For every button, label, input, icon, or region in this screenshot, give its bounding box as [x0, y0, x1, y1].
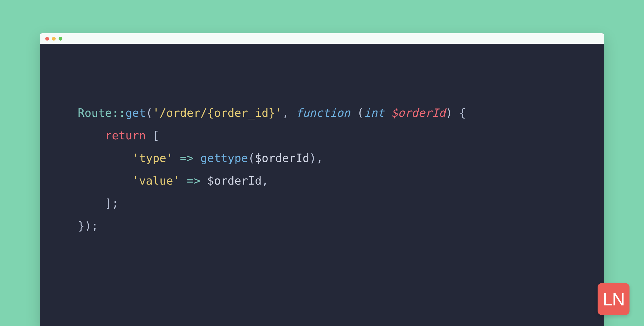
- token-var-name: orderId: [214, 174, 262, 187]
- token-paren: (: [357, 106, 364, 119]
- brand-logo: LN: [598, 283, 629, 315]
- token-paren: (: [248, 152, 255, 165]
- token-arrow: =>: [180, 152, 193, 165]
- token-paren: ): [446, 106, 452, 119]
- token-space: [200, 174, 207, 187]
- token-indent: [78, 174, 132, 187]
- token-paren: (: [146, 106, 153, 119]
- token-type: int: [364, 106, 384, 119]
- token-string: '/order/{order_id}': [153, 106, 282, 119]
- token-var-dollar: $: [207, 174, 214, 187]
- token-comma: ,: [262, 174, 268, 187]
- token-comma: ,: [316, 152, 323, 165]
- token-paren: ): [309, 152, 316, 165]
- token-space: [350, 106, 357, 119]
- token-paren: ): [84, 219, 91, 232]
- token-method: get: [125, 106, 146, 119]
- token-keyword-function: function: [296, 106, 350, 119]
- code-block: Route::get('/order/{order_id}', function…: [78, 102, 566, 237]
- token-semicolon: ;: [112, 197, 118, 210]
- window-titlebar: [40, 33, 604, 44]
- token-space: [193, 152, 200, 165]
- token-string-key: 'value': [132, 174, 180, 187]
- token-bracket: ]: [105, 197, 112, 210]
- token-space: [180, 174, 187, 187]
- token-var-dollar: $: [255, 152, 262, 165]
- token-operator: ::: [112, 106, 125, 119]
- minimize-icon[interactable]: [52, 37, 56, 41]
- token-semicolon: ;: [91, 219, 98, 232]
- code-editor: Route::get('/order/{order_id}', function…: [40, 44, 604, 237]
- token-bracket: [: [153, 129, 159, 142]
- token-space: [146, 129, 153, 142]
- editor-window: Route::get('/order/{order_id}', function…: [40, 33, 604, 326]
- token-indent: [78, 197, 105, 210]
- token-keyword-return: return: [105, 129, 146, 142]
- token-space: [384, 106, 391, 119]
- token-space: [173, 152, 180, 165]
- token-arrow: =>: [187, 174, 200, 187]
- token-space: [453, 106, 459, 119]
- close-icon[interactable]: [45, 37, 49, 41]
- token-brace: }: [78, 219, 84, 232]
- token-comma: ,: [282, 106, 296, 119]
- token-string-key: 'type': [132, 152, 173, 165]
- token-var-name: orderId: [262, 152, 309, 165]
- token-indent: [78, 152, 132, 165]
- token-brace: {: [459, 106, 466, 119]
- token-var-name: orderId: [398, 106, 446, 119]
- token-function-call: gettype: [200, 152, 248, 165]
- token-indent: [78, 129, 105, 142]
- zoom-icon[interactable]: [59, 37, 62, 41]
- token-class: Route: [78, 106, 112, 119]
- brand-logo-text: LN: [603, 289, 624, 309]
- token-var-dollar: $: [391, 106, 398, 119]
